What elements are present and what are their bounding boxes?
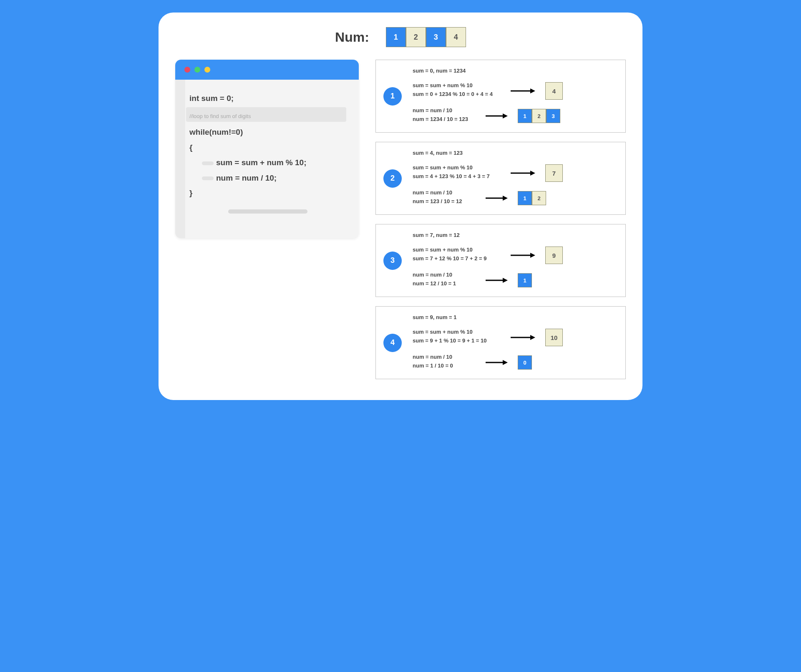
code-line: } bbox=[189, 187, 346, 199]
diagram-canvas: Num: 1234 int sum = 0; //loop to find su… bbox=[159, 13, 642, 400]
step-num-calc: num = 1 / 10 = 0 bbox=[413, 362, 475, 369]
code-gutter bbox=[175, 80, 185, 238]
digit-cell: 1 bbox=[518, 109, 532, 123]
arrow-icon bbox=[485, 113, 508, 119]
code-body: int sum = 0; //loop to find sum of digit… bbox=[175, 80, 359, 238]
digit-cell: 1 bbox=[386, 27, 406, 47]
code-line: num = num / 10; bbox=[189, 172, 346, 184]
arrow-icon bbox=[510, 252, 535, 258]
digit-cell: 1 bbox=[518, 273, 532, 287]
digit-cell: 3 bbox=[546, 109, 560, 123]
header-label: Num: bbox=[335, 30, 369, 45]
code-highlight-block: //loop to find sum of digits bbox=[186, 107, 346, 122]
arrow-icon bbox=[485, 277, 508, 283]
digit-row: 0 bbox=[518, 355, 532, 370]
svg-marker-1 bbox=[530, 88, 535, 93]
step-sum-calc: sum = 4 + 123 % 10 = 4 + 3 = 7 bbox=[413, 173, 500, 179]
step-num-calc: num = 123 / 10 = 12 bbox=[413, 198, 475, 204]
step-state: sum = 7, num = 12 bbox=[413, 232, 615, 238]
digit-cell: 2 bbox=[532, 109, 546, 123]
bullet-icon bbox=[202, 161, 214, 165]
header-digits: 1234 bbox=[386, 27, 466, 47]
bullet-icon bbox=[202, 176, 214, 180]
code-line: while(num!=0) bbox=[189, 126, 346, 138]
digit-cell: 3 bbox=[426, 27, 446, 47]
step-num-formula: num = num / 10 bbox=[413, 354, 475, 360]
steps-column: 1 sum = 0, num = 1234 sum = sum + num % … bbox=[375, 60, 626, 379]
step-state: sum = 4, num = 123 bbox=[413, 150, 615, 156]
step-content: sum = 4, num = 123 sum = sum + num % 10 … bbox=[413, 150, 615, 207]
code-line: { bbox=[189, 141, 346, 154]
svg-marker-11 bbox=[503, 278, 508, 283]
digit-row: 12 bbox=[518, 191, 546, 205]
step-sum-formula: sum = sum + num % 10 bbox=[413, 164, 500, 171]
step-num-formula: num = num / 10 bbox=[413, 272, 475, 278]
arrow-icon bbox=[510, 335, 535, 340]
code-line: int sum = 0; bbox=[189, 92, 346, 105]
svg-marker-7 bbox=[503, 196, 508, 201]
code-line: sum = sum + num % 10; bbox=[189, 156, 346, 169]
step-sum-formula: sum = sum + num % 10 bbox=[413, 82, 500, 88]
content-row: int sum = 0; //loop to find sum of digit… bbox=[175, 60, 626, 379]
step-sum-formula: sum = sum + num % 10 bbox=[413, 329, 500, 335]
window-maximize-icon bbox=[204, 67, 210, 73]
step-box: 1 sum = 0, num = 1234 sum = sum + num % … bbox=[375, 60, 626, 133]
digit-cell: 0 bbox=[518, 355, 532, 370]
step-sum-calc: sum = 7 + 12 % 10 = 7 + 2 = 9 bbox=[413, 255, 500, 262]
step-num-calc: num = 12 / 10 = 1 bbox=[413, 280, 475, 287]
titlebar bbox=[175, 60, 359, 80]
step-number-badge: 1 bbox=[383, 87, 402, 106]
svg-marker-13 bbox=[530, 335, 535, 340]
step-sum-calc: sum = 0 + 1234 % 10 = 0 + 4 = 4 bbox=[413, 91, 500, 97]
step-state: sum = 0, num = 1234 bbox=[413, 68, 615, 74]
svg-marker-3 bbox=[503, 113, 508, 118]
digit-cell: 2 bbox=[406, 27, 426, 47]
window-close-icon bbox=[184, 67, 190, 73]
header: Num: 1234 bbox=[175, 27, 626, 47]
arrow-icon bbox=[510, 88, 535, 94]
step-box: 3 sum = 7, num = 12 sum = sum + num % 10… bbox=[375, 224, 626, 297]
step-content: sum = 0, num = 1234 sum = sum + num % 10… bbox=[413, 68, 615, 125]
step-number-badge: 4 bbox=[383, 334, 402, 352]
step-number-badge: 2 bbox=[383, 169, 402, 188]
svg-marker-5 bbox=[530, 171, 535, 176]
digit-cell: 1 bbox=[518, 191, 532, 205]
arrow-icon bbox=[510, 170, 535, 176]
step-num-formula: num = num / 10 bbox=[413, 107, 475, 113]
sum-result-box: 10 bbox=[545, 329, 563, 346]
arrow-icon bbox=[485, 360, 508, 365]
step-box: 2 sum = 4, num = 123 sum = sum + num % 1… bbox=[375, 142, 626, 215]
code-window: int sum = 0; //loop to find sum of digit… bbox=[175, 60, 359, 238]
scrollbar bbox=[228, 209, 307, 214]
sum-result-box: 4 bbox=[545, 82, 563, 100]
step-num-calc: num = 1234 / 10 = 123 bbox=[413, 116, 475, 122]
window-minimize-icon bbox=[194, 67, 200, 73]
digit-cell: 4 bbox=[446, 27, 466, 47]
code-comment: //loop to find sum of digits bbox=[189, 113, 343, 119]
step-sum-formula: sum = sum + num % 10 bbox=[413, 247, 500, 253]
step-box: 4 sum = 9, num = 1 sum = sum + num % 10 … bbox=[375, 306, 626, 379]
step-sum-calc: sum = 9 + 1 % 10 = 9 + 1 = 10 bbox=[413, 337, 500, 344]
digit-row: 123 bbox=[518, 109, 560, 123]
arrow-icon bbox=[485, 195, 508, 201]
svg-marker-9 bbox=[530, 253, 535, 258]
step-state: sum = 9, num = 1 bbox=[413, 314, 615, 320]
digit-row: 1 bbox=[518, 273, 532, 287]
svg-marker-15 bbox=[503, 360, 508, 365]
sum-result-box: 7 bbox=[545, 164, 563, 182]
step-num-formula: num = num / 10 bbox=[413, 189, 475, 196]
step-content: sum = 7, num = 12 sum = sum + num % 10 s… bbox=[413, 232, 615, 289]
digit-cell: 2 bbox=[532, 191, 546, 205]
sum-result-box: 9 bbox=[545, 247, 563, 264]
step-content: sum = 9, num = 1 sum = sum + num % 10 su… bbox=[413, 314, 615, 371]
step-number-badge: 3 bbox=[383, 252, 402, 270]
